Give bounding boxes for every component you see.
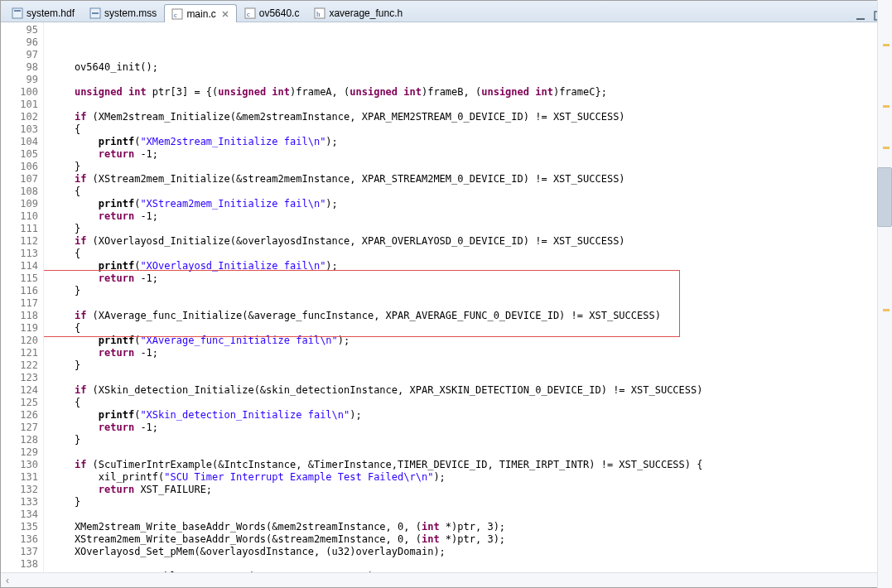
code-line[interactable]: return XST_FAILURE;: [51, 484, 891, 496]
line-number: 96: [2, 36, 38, 49]
line-number: 119: [2, 322, 38, 335]
code-line[interactable]: }: [51, 434, 891, 446]
file-h-icon: h: [314, 7, 325, 19]
code-line[interactable]: [51, 372, 891, 384]
svg-rect-0: [12, 8, 22, 18]
code-line[interactable]: {: [51, 322, 891, 335]
line-number: 122: [2, 359, 38, 372]
code-line[interactable]: }: [51, 223, 891, 235]
tab-system-hdf[interactable]: system.hdf: [4, 3, 82, 22]
code-line[interactable]: printf("XAverage_func_Initialize fail\n"…: [51, 335, 891, 347]
line-number: 117: [2, 297, 38, 310]
code-line[interactable]: {: [51, 123, 891, 136]
code-line[interactable]: if (XAverage_func_Initialize(&average_fu…: [51, 310, 891, 322]
code-line[interactable]: XStream2mem_Write_baseAddr_Words(&stream…: [51, 533, 891, 546]
line-number: 134: [2, 508, 38, 521]
line-number: 99: [2, 74, 38, 86]
line-number: 114: [2, 260, 38, 272]
code-line[interactable]: [51, 446, 891, 459]
code-line[interactable]: [51, 99, 891, 111]
code-line[interactable]: {: [51, 397, 891, 409]
code-line[interactable]: if (XStream2mem_Initialize(&stream2memIn…: [51, 173, 891, 186]
code-line[interactable]: }: [51, 285, 891, 297]
line-number: 106: [2, 161, 38, 173]
code-line[interactable]: return -1;: [51, 422, 891, 434]
hscroll-track[interactable]: [14, 574, 878, 587]
line-number: 107: [2, 173, 38, 186]
tab-label: main.c: [186, 8, 215, 20]
code-line[interactable]: }: [51, 496, 891, 508]
svg-text:c: c: [174, 11, 177, 19]
code-line[interactable]: return -1;: [51, 347, 891, 359]
line-number: 129: [2, 446, 38, 459]
code-line[interactable]: printf("XMem2stream_Initialize fail\n");: [51, 136, 891, 148]
code-line[interactable]: printf("XOverlayosd_Initialize fail\n");: [51, 260, 891, 272]
line-number: 115: [2, 272, 38, 285]
code-line[interactable]: if (XOverlayosd_Initialize(&overlayosdIn…: [51, 235, 891, 248]
line-number: 121: [2, 347, 38, 359]
file-hdf-icon: [12, 7, 23, 19]
code-line[interactable]: {: [51, 186, 891, 198]
code-line[interactable]: XMem2stream_Write_baseAddr_Words(&mem2st…: [51, 521, 891, 533]
line-number: 120: [2, 335, 38, 347]
line-number: 108: [2, 186, 38, 198]
code-line[interactable]: XMem2stream_EnableAutoRestart(&mem2strea…: [51, 571, 891, 572]
code-line[interactable]: printf("XSkin_detection_Initialize fail\…: [51, 409, 891, 422]
code-line[interactable]: unsigned int ptr[3] = {(unsigned int)fra…: [51, 86, 891, 99]
svg-text:c: c: [247, 10, 250, 18]
line-number: 126: [2, 409, 38, 422]
scroll-left-icon[interactable]: ‹: [1, 574, 14, 587]
line-number: 112: [2, 235, 38, 248]
horizontal-scrollbar[interactable]: ‹ ›: [1, 572, 891, 587]
code-line[interactable]: if (XSkin_detection_Initialize(&skin_det…: [51, 384, 891, 397]
tab-ov5640-c[interactable]: cov5640.c: [237, 3, 307, 22]
code-line[interactable]: return -1;: [51, 272, 891, 285]
code-line[interactable]: XOverlayosd_Set_pMem(&overlayosdInstance…: [51, 546, 891, 558]
code-line[interactable]: [51, 297, 891, 310]
svg-rect-12: [856, 18, 865, 20]
vertical-scrollbar-thumb[interactable]: [877, 167, 891, 227]
code-line[interactable]: return -1;: [51, 210, 891, 223]
tab-main-c[interactable]: cmain.c: [164, 4, 236, 22]
line-number: 127: [2, 422, 38, 434]
file-mss-icon: [89, 7, 101, 19]
line-number: 131: [2, 471, 38, 484]
tab-system-mss[interactable]: system.mss: [82, 3, 164, 22]
code-line[interactable]: [51, 558, 891, 571]
code-line[interactable]: return -1;: [51, 148, 891, 161]
code-line[interactable]: [51, 74, 891, 86]
code-line[interactable]: }: [51, 161, 891, 173]
line-number: 101: [2, 99, 38, 111]
code-line[interactable]: }: [51, 359, 891, 372]
line-number: 109: [2, 198, 38, 210]
line-number: 104: [2, 136, 38, 148]
overview-ruler[interactable]: [877, 22, 891, 572]
code-line[interactable]: {: [51, 248, 891, 260]
overview-mark: [883, 309, 890, 311]
line-number: 111: [2, 223, 38, 235]
code-line[interactable]: [51, 508, 891, 521]
line-number: 102: [2, 111, 38, 123]
tab-xaverage_func-h[interactable]: hxaverage_func.h: [306, 3, 410, 22]
code-line[interactable]: if (ScuTimerIntrExample(&IntcInstance, &…: [51, 459, 891, 471]
code-line[interactable]: ov5640_init();: [51, 61, 891, 74]
minimize-icon[interactable]: [855, 10, 866, 22]
code-line[interactable]: printf("XStream2mem_Initialize fail\n");: [51, 198, 891, 210]
line-number: 133: [2, 496, 38, 508]
overview-mark: [883, 105, 890, 108]
svg-rect-3: [92, 12, 99, 14]
line-number: 138: [2, 558, 38, 571]
file-c-icon: c: [171, 8, 183, 20]
code-line[interactable]: if (XMem2stream_Initialize(&mem2streamIn…: [51, 111, 891, 123]
code-content[interactable]: ov5640_init(); unsigned int ptr[3] = {(u…: [44, 22, 891, 572]
file-c-icon: c: [244, 7, 256, 19]
close-icon[interactable]: [221, 10, 229, 18]
line-number: 130: [2, 459, 38, 471]
line-number: 100: [2, 86, 38, 99]
line-number: 116: [2, 285, 38, 297]
tab-label: system.hdf: [27, 7, 75, 19]
line-number: 136: [2, 533, 38, 546]
line-number: 124: [2, 384, 38, 397]
code-line[interactable]: xil_printf("SCU Timer Interrupt Example …: [51, 471, 891, 484]
line-number: 132: [2, 484, 38, 496]
